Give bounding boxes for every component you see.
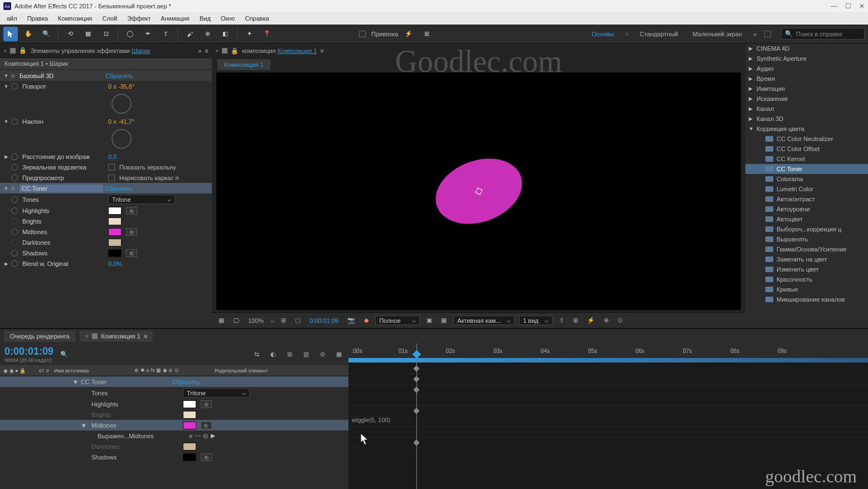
stopwatch-icon[interactable] bbox=[11, 196, 18, 203]
menu-window[interactable]: Окно bbox=[216, 14, 240, 23]
graph-editor-icon[interactable]: ▦ bbox=[334, 350, 344, 359]
fx-change[interactable]: Изменить цвет bbox=[777, 266, 819, 273]
brush-tool[interactable]: 🖌 bbox=[182, 27, 197, 41]
fx-coloroffset[interactable]: CC Color Offset bbox=[777, 146, 819, 152]
preview-time[interactable]: 0:00:01:09 bbox=[307, 316, 341, 325]
flowchart-icon[interactable]: ⊕ bbox=[602, 316, 611, 325]
menu-edit[interactable]: Правка bbox=[23, 14, 52, 23]
cat-time[interactable]: Время bbox=[757, 75, 775, 82]
camera-tool[interactable]: ▦ bbox=[81, 27, 95, 41]
snap-option2-icon[interactable]: ⊞ bbox=[419, 27, 434, 41]
tl-midtones[interactable]: Midtones bbox=[91, 422, 181, 429]
shadows-color[interactable] bbox=[108, 249, 122, 257]
rotation-dial[interactable] bbox=[111, 94, 132, 114]
workspace-overflow-icon[interactable]: » bbox=[753, 31, 757, 37]
shape-tool[interactable]: ◯ bbox=[123, 27, 137, 41]
fx-autolevels[interactable]: Автоуровни bbox=[777, 206, 810, 212]
snap-checkbox[interactable] bbox=[359, 31, 366, 37]
comp-timeline-tab[interactable]: × Композиция 1 ≡ bbox=[80, 331, 153, 342]
panel-options-icon[interactable]: ≡ bbox=[205, 47, 208, 54]
expand-icon[interactable]: ▶ bbox=[3, 154, 9, 159]
layer-ellipse[interactable] bbox=[426, 147, 531, 235]
cat-channel[interactable]: Канал bbox=[757, 105, 774, 112]
tl-highlights-color[interactable] bbox=[183, 400, 196, 408]
panel-options-icon[interactable]: ≡ bbox=[320, 47, 323, 54]
menu-animation[interactable]: Анимация bbox=[156, 14, 194, 23]
maximize-button[interactable]: ☐ bbox=[845, 2, 851, 10]
quality-dropdown[interactable]: Полное⌵ bbox=[375, 316, 420, 325]
roto-tool[interactable]: ✦ bbox=[242, 27, 256, 41]
stopwatch-icon[interactable] bbox=[11, 118, 18, 125]
source-header[interactable]: Имя источника bbox=[54, 368, 132, 374]
cat-simulation[interactable]: Имитация bbox=[757, 85, 785, 92]
cat-synthetic[interactable]: Synthetic Aperture bbox=[757, 55, 807, 62]
reset-link[interactable]: Сбросить bbox=[105, 185, 133, 192]
stopwatch-icon[interactable] bbox=[11, 164, 18, 171]
eyedropper-icon[interactable]: ⎋ bbox=[126, 228, 137, 236]
panel-tab[interactable]: Элементы управления эффектами bbox=[30, 47, 129, 54]
menu-help[interactable]: Справка bbox=[240, 14, 273, 23]
hand-tool[interactable]: ✋ bbox=[21, 27, 36, 41]
roi-icon[interactable]: ▣ bbox=[424, 316, 434, 325]
fx-channelmixer[interactable]: Микширование каналов bbox=[777, 296, 845, 303]
comp-subtab[interactable]: Композиция 1 bbox=[217, 59, 270, 70]
close-tab-icon[interactable]: × bbox=[85, 333, 89, 340]
blend-value[interactable]: 0,0% bbox=[108, 260, 122, 267]
specular-checkbox[interactable] bbox=[108, 164, 115, 171]
minimize-button[interactable]: — bbox=[831, 2, 837, 10]
workspace-small[interactable]: Маленький экран bbox=[689, 30, 745, 38]
channel-icon[interactable]: ◆ bbox=[362, 316, 371, 325]
midtones-color[interactable] bbox=[108, 228, 122, 236]
fx-vibrance[interactable]: Красочность bbox=[777, 276, 812, 283]
monitor-icon[interactable]: 🖵 bbox=[231, 316, 241, 325]
cat-cinema4d[interactable]: CINEMA 4D bbox=[757, 45, 789, 52]
fast-preview-icon[interactable]: ⚡ bbox=[585, 316, 597, 325]
stopwatch-icon[interactable] bbox=[11, 260, 18, 267]
pen-tool[interactable]: ✒ bbox=[140, 27, 155, 41]
timeline-tracks[interactable]: :00s 01s 02s 03s 04s 05s 06s 07s 08s 09s… bbox=[348, 343, 868, 489]
render-queue-tab[interactable]: Очередь рендеринга bbox=[4, 331, 75, 342]
parent-header[interactable]: Родительский элемент bbox=[215, 368, 268, 374]
panel-tab-layer[interactable]: Шарик bbox=[132, 47, 150, 54]
expand-icon[interactable]: ▼ bbox=[3, 186, 9, 191]
eyedropper-icon[interactable]: ⎋ bbox=[126, 207, 137, 215]
transparency-icon[interactable]: ▦ bbox=[439, 316, 449, 325]
distance-value[interactable]: 0,0 bbox=[108, 153, 117, 160]
motion-blur-icon[interactable]: ⊘ bbox=[318, 350, 327, 359]
fx-kernel[interactable]: CC Kernel bbox=[777, 156, 805, 162]
menu-file[interactable]: айл bbox=[2, 14, 22, 23]
snap-option-icon[interactable]: ⚡ bbox=[401, 27, 416, 41]
workspace-standard[interactable]: Стандартный bbox=[637, 30, 682, 38]
tl-fx-name[interactable]: CC Toner bbox=[81, 379, 170, 385]
effect-name-cctoner[interactable]: CC Toner bbox=[20, 185, 103, 192]
comp-mini-icon[interactable]: ⇆ bbox=[252, 350, 261, 359]
playhead[interactable] bbox=[416, 343, 417, 489]
expand-icon[interactable]: ▼ bbox=[3, 84, 9, 89]
search-icon[interactable]: 🔍 bbox=[60, 351, 68, 358]
cat-channel3d[interactable]: Канал 3D bbox=[757, 115, 783, 122]
zoom-tool[interactable]: 🔍 bbox=[39, 27, 54, 41]
res-icon[interactable]: ⊞ bbox=[279, 316, 288, 325]
fx-replace[interactable]: Заменить на цвет bbox=[777, 256, 827, 263]
comp-tab-name[interactable]: Композиция 1 bbox=[278, 47, 317, 54]
sync-icon[interactable] bbox=[764, 31, 771, 37]
help-search[interactable]: 🔍 Поиск в справке bbox=[781, 28, 865, 40]
grid-icon[interactable]: ▦ bbox=[216, 316, 226, 325]
fx-cctoner[interactable]: CC Toner bbox=[777, 166, 802, 172]
stopwatch-icon[interactable] bbox=[11, 153, 18, 160]
fx-lumetri[interactable]: Lumetri Color bbox=[777, 186, 813, 192]
panel-menu-icon[interactable]: » bbox=[198, 47, 201, 54]
expr-enable-icon[interactable]: ≡ bbox=[189, 433, 192, 439]
eyedropper-icon[interactable]: ⎋ bbox=[126, 249, 137, 257]
expression-text[interactable]: wiggle(5, 100) bbox=[352, 417, 390, 423]
text-tool[interactable]: T bbox=[158, 27, 173, 41]
cat-distort[interactable]: Искажение bbox=[757, 95, 788, 102]
mask-icon[interactable]: ▢ bbox=[293, 316, 303, 325]
zoom-value[interactable]: 100% bbox=[246, 316, 266, 325]
fx-badge-icon[interactable]: fx bbox=[11, 186, 15, 191]
tl-midtones-color[interactable] bbox=[183, 422, 196, 429]
label-icon[interactable]: 🏷 bbox=[39, 368, 44, 374]
close-button[interactable]: ✕ bbox=[859, 2, 865, 10]
fx-curves[interactable]: Кривые bbox=[777, 286, 798, 293]
stopwatch-icon[interactable] bbox=[11, 207, 18, 214]
